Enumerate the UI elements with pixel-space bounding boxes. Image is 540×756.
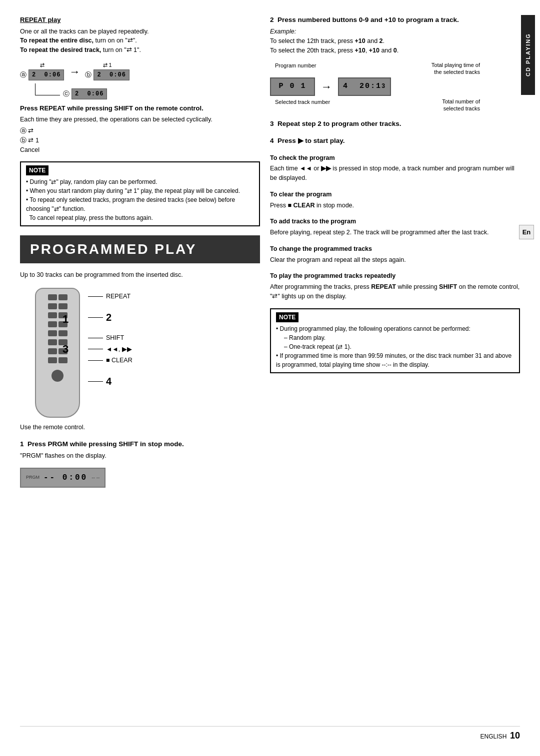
clear-program-section: To clear the program Press ■ CLEAR in st…: [270, 190, 520, 210]
remote-btn-r2c1: [48, 312, 57, 318]
step1-disp-track: -- --: [92, 474, 100, 481]
repeat-line2-bold: To repeat the entire disc,: [20, 37, 94, 44]
remote-btn-r1c1: [48, 303, 57, 309]
remote-label-num4: 4: [88, 376, 132, 387]
repeat-line2-rest: turn on on "⇄".: [96, 37, 137, 44]
play-repeatedly-body: After programming the tracks, press REPE…: [270, 282, 520, 301]
step4-title: 4 Press ▶ to start play.: [270, 136, 520, 146]
press-repeat-section: Press REPEAT while pressing SHIFT on the…: [20, 103, 260, 155]
step2-section: 2 Press numbered buttons 0-9 and +10 to …: [270, 15, 520, 112]
step3-title: 3 Repeat step 2 to program other tracks.: [270, 119, 520, 129]
en-badge: En: [519, 225, 534, 239]
clear-program-body: Press ■ CLEAR in stop mode.: [270, 201, 520, 210]
add-tracks-body: Before playing, repeat step 2. The track…: [270, 228, 520, 237]
press-repeat-title: Press REPEAT while pressing SHIFT on the…: [20, 103, 260, 113]
check-program-body: Each time ◄◄ or ▶▶ is pressed in stop mo…: [270, 164, 520, 183]
circle-a: ⓐ: [20, 70, 26, 79]
remote-btn-r5c1: [48, 339, 57, 345]
note1-item2: • When you start random play during "⇄ 1…: [26, 186, 254, 195]
shift-label-text: SHIFT: [106, 334, 124, 341]
remote-row7: [48, 357, 68, 363]
step2-example2: To select the 20th track, press +10, +10…: [270, 46, 520, 55]
remote-btn-r1c2: [58, 303, 68, 309]
cd-playing-tab: CD PLAYING: [521, 15, 535, 95]
right-column: CD PLAYING 2 Press numbered buttons 0-9 …: [270, 15, 520, 716]
note-box-2: NOTE • During programmed play, the follo…: [270, 308, 520, 373]
repeat-play-section: REPEAT play One or all the tracks can be…: [20, 15, 260, 55]
step1-title: 1 Press PRGM while pressing SHIFT in sto…: [20, 439, 260, 449]
add-tracks-section: To add tracks to the program Before play…: [270, 217, 520, 237]
footer-num: 10: [510, 731, 520, 741]
option-b: ⓑ ⇄ 1: [20, 136, 260, 145]
prog-display-diagram: Program number Total playing time ofthe …: [270, 61, 520, 112]
clear-label-text: ■ CLEAR: [106, 357, 132, 364]
remote-row4: [48, 330, 68, 336]
line-num2: [88, 317, 103, 318]
option-a: ⓐ ⇄: [20, 126, 260, 136]
step1-disp-label-prgm: PRGM: [26, 474, 40, 481]
circle-c: ⓒ: [63, 89, 70, 98]
remote-btn-r7c1: [48, 357, 57, 363]
line-clear: [88, 360, 103, 361]
display-a: 2 0:06: [28, 69, 64, 80]
programmed-play-banner: PROGRAMMED PLAY: [20, 235, 260, 263]
page: REPEAT play One or all the tracks can be…: [0, 0, 540, 756]
play-repeatedly-title: To play the programmed tracks repeatedly: [270, 271, 520, 281]
step2-title: 2 Press numbered buttons 0-9 and +10 to …: [270, 15, 520, 25]
repeat-play-title: REPEAT play: [20, 15, 260, 25]
display-b: 2 0:06: [94, 69, 129, 80]
repeat-diagram: ⇄ ⓐ 2 0:06 → ⇄ 1: [20, 62, 260, 99]
display-a-wrapper: ⇄ ⓐ 2 0:06: [20, 62, 64, 80]
press-repeat-options: ⓐ ⇄ ⓑ ⇄ 1 Cancel: [20, 126, 260, 154]
note2-item3: – One-track repeat (⇄ 1).: [284, 342, 514, 351]
remote-label-num2: 2: [88, 312, 132, 323]
note1-item3: • To repeat only selected tracks, progra…: [26, 195, 254, 213]
step2-example1: To select the 12th track, press +10 and …: [270, 36, 520, 46]
step3-section: 3 Repeat step 2 to program other tracks.: [270, 119, 520, 129]
repeat-label-text: REPEAT: [106, 293, 130, 300]
note2-item1: • During programmed play, the following …: [276, 324, 514, 333]
note1-item4: To cancel repeat play, press the buttons…: [26, 213, 254, 222]
note-box-1: NOTE • During "⇄" play, random play can …: [20, 161, 260, 226]
left-column: REPEAT play One or all the tracks can be…: [20, 15, 260, 716]
remote-btn-r4c1: [48, 330, 57, 336]
page-footer: ENGLISH 10: [20, 726, 520, 741]
check-program-section: To check the program Each time ◄◄ or ▶▶ …: [270, 153, 520, 183]
step-num-1: 1: [62, 313, 68, 326]
label-a: ⇄: [40, 62, 44, 68]
remote-top-buttons: [48, 294, 68, 300]
label-total-playing: Total playing time ofthe selected tracks: [432, 61, 480, 76]
step-num-3: 3: [62, 343, 68, 356]
prog-display-right: 4 20:13: [338, 77, 391, 96]
repeat-line3-rest: turn on "⇄ 1".: [103, 46, 141, 53]
remote-label-clear: ■ CLEAR: [88, 357, 132, 364]
line-num4: [88, 381, 103, 382]
remote-btn-r3c1: [48, 321, 57, 327]
option-c: Cancel: [20, 145, 260, 155]
line-repeat: [88, 296, 103, 297]
bracket-c: [35, 83, 60, 95]
note2-items: • During programmed play, the following …: [276, 324, 514, 369]
repeat-line2: To repeat the entire disc, turn on on "⇄…: [20, 36, 260, 45]
footer-label: ENGLISH: [480, 733, 507, 740]
remote-row1: [48, 303, 68, 309]
arrow-middle: →: [67, 65, 82, 78]
play-repeatedly-section: To play the programmed tracks repeatedly…: [270, 271, 520, 301]
remote-btn-2: [58, 294, 68, 300]
label-program-number: Program number: [275, 61, 316, 76]
note-label-1: NOTE: [26, 165, 48, 175]
prog-display-left: P 0 1: [270, 77, 315, 96]
use-remote-text: Use the remote control.: [20, 423, 260, 432]
add-tracks-title: To add tracks to the program: [270, 217, 520, 226]
line-arrows: [88, 349, 103, 349]
step2-example-label: Example:: [270, 27, 520, 36]
line-shift: [88, 338, 103, 338]
display-c: 2 0:06: [72, 88, 107, 99]
remote-diagram: REPEAT 2 SHIFT ◄◄, ▶▶: [35, 288, 260, 418]
remote-btn-round: [52, 370, 64, 382]
remote-label-shift: SHIFT: [88, 334, 132, 341]
step1-display: PRGM -- 0:00 -- --: [20, 468, 106, 488]
note-label-2: NOTE: [276, 312, 298, 322]
repeat-line3-bold: To repeat the desired track,: [20, 46, 101, 53]
remote-labels: REPEAT 2 SHIFT ◄◄, ▶▶: [88, 288, 132, 389]
